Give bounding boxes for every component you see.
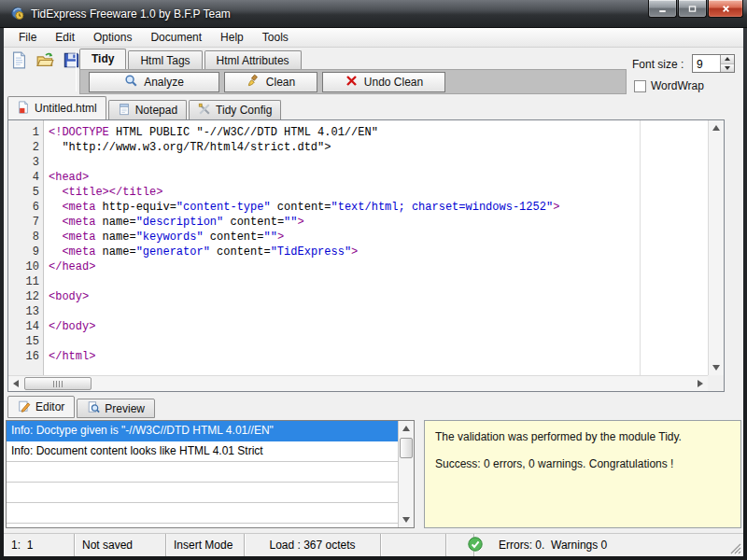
code-editor[interactable]: 1<!DOCTYPE HTML PUBLIC "-//W3C//DTD HTML… — [7, 119, 725, 392]
magnifier-icon — [124, 74, 138, 91]
close-button[interactable] — [708, 0, 743, 18]
message-row[interactable]: Info: Document content looks like HTML 4… — [7, 441, 398, 462]
status-load-size: Load : 367 octets — [245, 534, 381, 556]
code-line[interactable]: 16</html> — [8, 349, 708, 364]
button-label: Analyze — [144, 76, 184, 89]
message-row[interactable]: Info: Doctype given is "-//W3C//DTD HTML… — [7, 421, 398, 441]
code-text: <!DOCTYPE HTML PUBLIC "-//W3C//DTD HTML … — [39, 125, 378, 140]
wordwrap-checkbox[interactable] — [634, 80, 646, 92]
line-number: 15 — [8, 334, 39, 349]
tab-label: Preview — [105, 402, 145, 415]
view-tab-preview[interactable]: Preview — [77, 399, 155, 418]
menu-item-options[interactable]: Options — [84, 28, 141, 47]
line-number: 7 — [8, 215, 39, 230]
code-line[interactable]: 13 — [8, 304, 708, 319]
status-errors-warnings: Errors: 0. Warnings 0 — [474, 534, 743, 556]
line-number: 12 — [8, 289, 39, 304]
minimize-button[interactable] — [648, 0, 677, 18]
resize-grip-icon[interactable] — [729, 542, 741, 554]
editor-content[interactable]: 1<!DOCTYPE HTML PUBLIC "-//W3C//DTD HTML… — [8, 120, 708, 375]
code-line[interactable]: 7 <meta name="description" content=""> — [8, 215, 708, 230]
new-file-button[interactable] — [10, 51, 30, 71]
wordwrap-toggle[interactable]: WordWrap — [634, 79, 704, 92]
scrollbar-thumb[interactable] — [24, 377, 92, 390]
toolbar-tab-tidy[interactable]: Tidy — [79, 49, 126, 69]
code-line[interactable]: 15 — [8, 334, 708, 349]
maximize-button[interactable] — [678, 0, 707, 18]
scrollbar-thumb[interactable] — [400, 438, 413, 458]
code-line[interactable]: 14</body> — [8, 319, 708, 334]
title-bar[interactable]: TidExpress Freeware 1.0 by B.F.P Team — [0, 0, 747, 28]
code-line[interactable]: 12<body> — [8, 289, 708, 304]
code-line[interactable]: 4<head> — [8, 170, 708, 185]
scroll-left-icon[interactable] — [8, 376, 23, 391]
document-tab-tidy-config[interactable]: Tidy Config — [189, 100, 281, 119]
scrollbar-corner — [708, 375, 724, 391]
line-number: 13 — [8, 304, 39, 319]
menu-item-file[interactable]: File — [9, 28, 46, 47]
editor-vertical-scrollbar[interactable] — [708, 120, 724, 375]
scroll-down-icon[interactable] — [709, 360, 724, 375]
tools-icon — [198, 103, 211, 119]
editor-horizontal-scrollbar[interactable] — [8, 375, 708, 391]
status-cursor-position: 1: 1 — [4, 534, 75, 556]
window-frame: TidExpress Freeware 1.0 by B.F.P Team Fi… — [0, 0, 747, 560]
preview-icon — [87, 400, 100, 416]
status-bar: 1: 1 Not saved Insert Mode Load : 367 oc… — [4, 533, 743, 556]
validation-line-2: Success: 0 errors, 0 warnings. Congratul… — [435, 457, 730, 470]
menu-item-help[interactable]: Help — [211, 28, 253, 47]
scroll-up-icon[interactable] — [709, 120, 724, 135]
line-number: 8 — [8, 230, 39, 245]
button-analyze[interactable]: Analyze — [89, 72, 219, 92]
message-row — [7, 503, 398, 524]
button-undo-clean[interactable]: Undo Clean — [322, 72, 445, 92]
tab-label: Tidy Config — [216, 104, 272, 117]
code-line[interactable]: 8 <meta name="keywords" content=""> — [8, 230, 708, 245]
line-number: 2 — [8, 140, 39, 155]
code-line[interactable]: 5 <title></title> — [8, 185, 708, 200]
message-row — [7, 462, 398, 483]
code-line[interactable]: 1<!DOCTYPE HTML PUBLIC "-//W3C//DTD HTML… — [8, 125, 708, 140]
spinner-up-icon[interactable] — [721, 55, 734, 64]
toolbar-tab-html-attributes[interactable]: Html Attributes — [204, 50, 302, 69]
code-line[interactable]: 3 — [8, 155, 708, 170]
action-button-strip: AnalyzeCleanUndo Clean — [79, 69, 627, 94]
toolbar-tab-html-tags[interactable]: Html Tags — [128, 50, 202, 69]
code-line[interactable]: 2 "http://www.w3.org/TR/html4/strict.dtd… — [8, 140, 708, 155]
validation-gap — [435, 443, 730, 457]
code-text — [39, 304, 49, 319]
code-line[interactable]: 9 <meta name="generator" content="TidExp… — [8, 245, 708, 259]
code-text — [39, 334, 49, 349]
code-line[interactable]: 11 — [8, 274, 708, 289]
tab-label: Notepad — [135, 104, 177, 117]
scroll-right-icon[interactable] — [693, 376, 708, 391]
menu-item-tools[interactable]: Tools — [253, 28, 298, 47]
open-folder-icon — [36, 56, 54, 72]
message-list[interactable]: Info: Doctype given is "-//W3C//DTD HTML… — [6, 420, 415, 528]
window-title: TidExpress Freeware 1.0 by B.F.P Team — [31, 7, 231, 21]
message-list-scrollbar[interactable] — [398, 421, 414, 527]
document-tab-notepad[interactable]: Notepad — [108, 100, 187, 119]
menu-item-document[interactable]: Document — [141, 28, 211, 47]
line-number: 6 — [8, 200, 39, 215]
spinner-buttons — [720, 55, 734, 72]
document-tab-untitled-html[interactable]: Untitled.html — [7, 96, 106, 119]
code-text — [39, 274, 49, 289]
code-line[interactable]: 6 <meta http-equiv="content-type" conten… — [8, 200, 708, 215]
menu-item-edit[interactable]: Edit — [46, 28, 84, 47]
code-text: </html> — [39, 349, 95, 364]
button-clean[interactable]: Clean — [224, 72, 317, 92]
line-number: 16 — [8, 349, 39, 364]
status-save-state: Not saved — [75, 534, 166, 556]
open-file-button[interactable] — [36, 51, 56, 71]
tab-label: Untitled.html — [35, 102, 97, 115]
font-size-spinner[interactable]: 9 — [692, 54, 735, 73]
code-text: </body> — [39, 319, 95, 334]
spinner-down-icon[interactable] — [721, 64, 734, 73]
scroll-down-icon[interactable] — [399, 512, 414, 527]
code-text: </head> — [39, 259, 95, 274]
view-tab-editor[interactable]: Editor — [7, 396, 75, 418]
notepad-icon — [118, 103, 131, 119]
scroll-up-icon[interactable] — [399, 421, 414, 436]
code-line[interactable]: 10</head> — [8, 259, 708, 274]
